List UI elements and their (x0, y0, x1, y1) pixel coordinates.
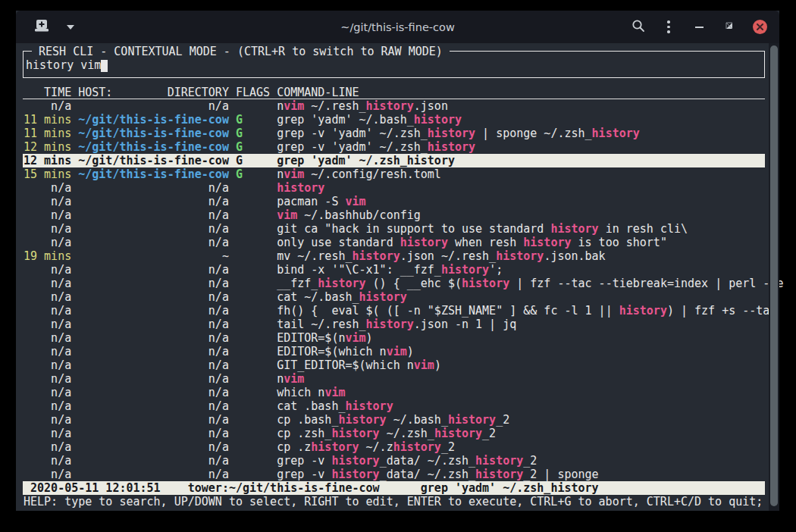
history-row[interactable]: n/a n/a EDITOR=$(nvim) (23, 331, 765, 345)
flags-cell (236, 372, 270, 386)
match-highlight: vim (284, 372, 304, 386)
match-highlight: history (462, 277, 509, 290)
minimize-button[interactable] (690, 18, 708, 36)
time-cell: n/a (24, 290, 71, 304)
scrollbar-thumb[interactable] (770, 45, 778, 506)
close-button[interactable] (751, 18, 769, 36)
history-row[interactable]: n/a n/a grep -v history_data/ ~/.zsh_his… (23, 454, 765, 468)
match-highlight: vim (345, 195, 365, 208)
history-row[interactable]: n/a n/a nvim ~/.resh_history.json (23, 99, 765, 113)
history-row[interactable]: n/a n/a grep -v history_data/ ~/.zsh_his… (23, 468, 765, 481)
command-cell: grep -v history_data/ ~/.zsh_history_2 (277, 454, 537, 468)
history-row[interactable]: n/a n/a EDITOR=$(which nvim) (23, 345, 765, 358)
flags-cell (236, 331, 270, 345)
terminal-content: RESH CLI - CONTEXTUAL MODE - (CTRL+R to … (16, 43, 779, 511)
history-row[interactable]: n/a n/a git ca "hack in support to use s… (23, 222, 765, 236)
match-highlight: vim (284, 167, 304, 181)
flags-cell (236, 413, 270, 427)
flags-cell (236, 440, 270, 454)
match-highlight: history (331, 468, 379, 481)
history-row[interactable]: n/a n/a pacman -S vim (23, 195, 765, 208)
match-highlight: history (523, 236, 571, 249)
search-input[interactable]: history vim (26, 58, 108, 72)
history-row[interactable]: n/a n/a __fzf_history () { __ehc $(histo… (23, 277, 765, 290)
scrollbar[interactable] (769, 43, 779, 511)
command-cell: vim ~/.bashhub/config (277, 208, 421, 222)
flags-cell (236, 468, 270, 481)
history-row[interactable]: n/a n/a cp .bash_history ~/.bash_history… (23, 413, 765, 427)
history-row-selected[interactable]: 12 mins ~/git/this-is-fine-cow G grep 'y… (23, 154, 765, 167)
time-cell: n/a (24, 318, 71, 331)
history-row[interactable]: 12 mins ~/git/this-is-fine-cow G grep -v… (23, 140, 765, 154)
search-button[interactable] (629, 18, 647, 36)
history-row[interactable]: n/a n/a cp .zhistory ~/.zhistory_2 (23, 440, 765, 454)
restore-button[interactable] (720, 18, 738, 36)
new-tab-button[interactable] (33, 18, 51, 36)
command-cell: nvim ~/.config/resh.toml (277, 167, 441, 181)
host-directory-cell: n/a (78, 208, 229, 222)
history-row[interactable]: n/a n/a only use standard history when r… (23, 236, 765, 249)
flags-cell: G (236, 127, 270, 140)
history-row[interactable]: n/a n/a bind -x '"\C-x1": __fzf_history'… (23, 263, 765, 277)
history-row[interactable]: n/a n/a cp .zsh_history ~/.zsh_history_2 (23, 427, 765, 440)
history-row[interactable]: 15 mins ~/git/this-is-fine-cow G nvim ~/… (23, 167, 765, 181)
flags-cell (236, 399, 270, 413)
command-cell: nvim (277, 372, 304, 386)
command-cell: fh() { eval $( ([ -n "$ZSH_NAME" ] && fc… (277, 304, 776, 318)
match-highlight: history (475, 468, 523, 481)
command-cell: grep 'yadm' ~/.bash_history (277, 113, 462, 127)
flags-cell (236, 290, 270, 304)
history-row[interactable]: n/a n/a history (23, 181, 765, 195)
flags-cell (236, 304, 270, 318)
host-directory-cell: n/a (78, 99, 229, 113)
match-highlight: history (345, 399, 393, 413)
host-directory-cell: n/a (78, 263, 229, 277)
command-cell: nvim ~/.resh_history.json (277, 99, 448, 113)
flags-cell (236, 263, 270, 277)
command-cell: cp .zsh_history ~/.zsh_history_2 (277, 427, 496, 440)
help-line: HELP: type to search, UP/DOWN to select,… (24, 495, 763, 509)
new-tab-plus-icon (34, 19, 49, 36)
new-tab-dropdown-button[interactable] (61, 18, 80, 36)
history-row[interactable]: n/a n/a which nvim (23, 386, 765, 399)
time-cell: n/a (24, 427, 71, 440)
match-highlight: history (496, 249, 544, 263)
match-highlight: history (441, 263, 489, 277)
match-highlight: history (393, 440, 441, 454)
time-cell: n/a (24, 468, 71, 481)
host-directory-cell: ~ (78, 249, 229, 263)
flags-cell (236, 195, 270, 208)
flags-cell (236, 249, 270, 263)
command-cell: git ca "hack in support to use standard … (277, 222, 688, 236)
flags-cell (236, 222, 270, 236)
match-highlight: history (277, 181, 324, 195)
host-directory-cell: n/a (78, 386, 229, 399)
history-row[interactable]: n/a n/a fh() { eval $( ([ -n "$ZSH_NAME"… (23, 304, 765, 318)
host-directory-cell: n/a (78, 304, 229, 318)
history-row[interactable]: n/a n/a nvim (23, 372, 765, 386)
history-row[interactable]: 11 mins ~/git/this-is-fine-cow G grep -v… (23, 127, 765, 140)
history-row[interactable]: 11 mins ~/git/this-is-fine-cow G grep 'y… (23, 113, 765, 127)
flags-cell (236, 345, 270, 358)
time-cell: 19 mins (24, 249, 71, 263)
command-cell: which nvim (277, 386, 345, 399)
host-directory-cell: n/a (78, 358, 229, 372)
host-directory-cell: ~/git/this-is-fine-cow (78, 113, 229, 127)
history-row[interactable]: n/a n/a cat ~/.bash_history (23, 290, 765, 304)
history-row[interactable]: n/a n/a tail ~/.resh_history.json -n 1 |… (23, 318, 765, 331)
time-cell: n/a (24, 440, 71, 454)
host-directory-cell: ~/git/this-is-fine-cow (78, 154, 229, 167)
command-cell: history (277, 181, 324, 195)
table-header: TIME HOST: DIRECTORY FLAGS COMMAND-LINE (23, 86, 765, 99)
match-highlight: vim (324, 386, 345, 399)
host-directory-cell: n/a (78, 399, 229, 413)
history-row[interactable]: n/a n/a vim ~/.bashhub/config (23, 208, 765, 222)
menu-button[interactable] (660, 18, 678, 36)
time-cell: 15 mins (24, 167, 71, 181)
flags-cell (236, 454, 270, 468)
history-row[interactable]: n/a n/a GIT_EDITOR=$(which nvim) (23, 358, 765, 372)
history-row[interactable]: 19 mins ~ mv ~/.resh_history.json ~/.res… (23, 249, 765, 263)
host-directory-cell: n/a (78, 318, 229, 331)
match-highlight: history (359, 290, 407, 304)
history-row[interactable]: n/a n/a cat .bash_history (23, 399, 765, 413)
